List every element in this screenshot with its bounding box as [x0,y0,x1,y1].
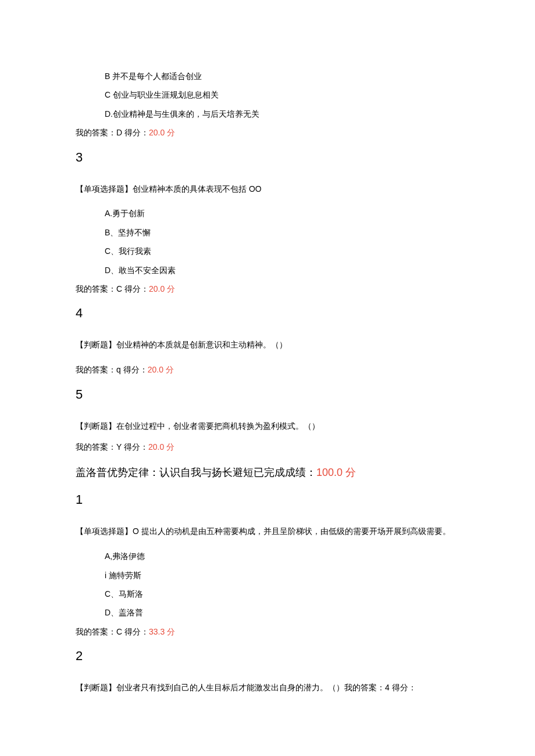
q5-answer-line: 我的答案：Y 得分：20.0 分 [76,440,459,453]
q4-number: 4 [76,306,459,321]
q2-option-b: B 并不是每个人都适合创业 [105,70,459,83]
q2-option-c: C 创业与职业生涯规划息息相关 [105,88,459,101]
q3-answer-line: 我的答案：C 得分：20.0 分 [76,282,459,295]
q3-stem: 【单项选择题】创业精神本质的具体表现不包括 OO [76,180,459,198]
s2q1-option-c: C、马斯洛 [105,587,459,600]
q4-answer-prefix: 我的答案：q 得分： [76,365,148,374]
q2-option-d: D.创业精神是与生俱来的，与后天培养无关 [105,108,459,120]
section2-title-prefix: 盖洛普优势定律：认识自我与扬长避短已完成成绩： [76,467,316,478]
s2q1-score: 33.3 分 [149,627,175,636]
q2-answer-prefix: 我的答案：D 得分： [76,128,149,137]
s2q1-stem: 【单项选择题】O 提出人的动机是由五种需要构成，并且呈阶梯状，由低级的需要开场开… [76,522,459,540]
q2-score: 20.0 分 [149,128,175,137]
q3-answer-prefix: 我的答案：C 得分： [76,284,149,293]
s2q1-option-d: D、盖洛普 [105,606,459,619]
q5-stem: 【判断题】在创业过程中，创业者需要把商机转换为盈利模式。（） [76,417,459,435]
q3-option-a: A.勇于创新 [105,207,459,220]
s2q1-number: 1 [76,492,459,507]
q3-option-b: B、坚持不懈 [105,226,459,239]
s2q1-answer-prefix: 我的答案：C 得分： [76,627,149,636]
s2q2-number: 2 [76,648,459,664]
q3-score: 20.0 分 [149,284,175,293]
s2q1-option-b: i 施特劳斯 [105,569,459,582]
q5-number: 5 [76,387,459,402]
q4-answer-line: 我的答案：q 得分：20.0 分 [76,363,459,376]
q3-option-d: D、敢当不安全因素 [105,264,459,277]
q4-stem: 【判断题】创业精神的本质就是创新意识和主动精神。（） [76,336,459,354]
section2-title-score: 100.0 分 [316,467,356,478]
section2-title: 盖洛普优势定律：认识自我与扬长避短已完成成绩：100.0 分 [76,464,459,481]
q5-score: 20.0 分 [148,442,174,452]
q3-option-c: C、我行我素 [105,245,459,257]
s2q2-stem: 【判断题】创业者只有找到自己的人生目标后才能激发出自身的潜力。（）我的答案：4 … [76,679,459,697]
q5-answer-prefix: 我的答案：Y 得分： [76,442,148,452]
s2q1-option-a: A,弗洛伊德 [105,550,459,562]
q4-score: 20.0 分 [148,365,174,374]
q2-answer-line: 我的答案：D 得分：20.0 分 [76,126,459,139]
q3-number: 3 [76,150,459,165]
s2q1-answer-line: 我的答案：C 得分：33.3 分 [76,625,459,638]
